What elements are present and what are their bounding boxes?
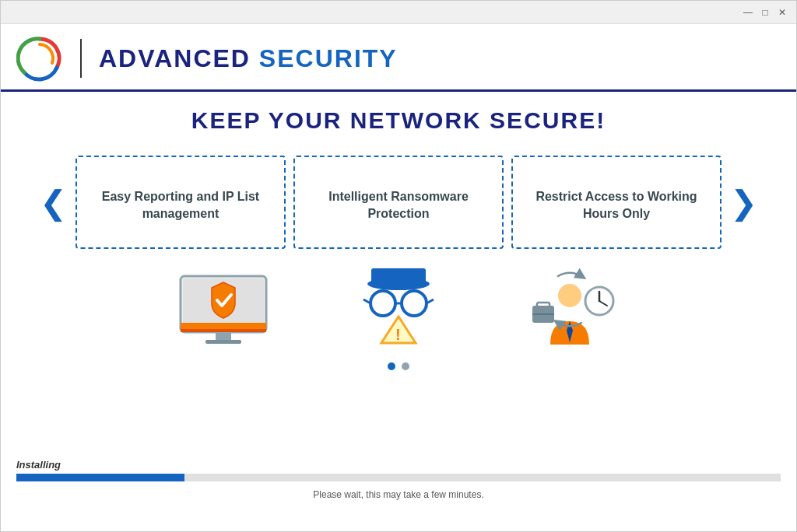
feature-card-2: Intelligent Ransomware Protection: [293, 156, 504, 249]
feature-card-3-text: Restrict Access to Working Hours Only: [525, 188, 707, 223]
app-title: Advanced Security: [99, 44, 398, 73]
installing-text: Installing: [16, 459, 61, 471]
next-arrow[interactable]: ❯: [722, 176, 765, 229]
prev-arrow[interactable]: ❮: [32, 176, 75, 229]
maximize-button[interactable]: □: [757, 5, 773, 20]
main-content: Keep Your Network Secure! ❮ Easy Reporti…: [1, 92, 796, 397]
title-security: Security: [259, 44, 398, 72]
app-logo-icon: [16, 35, 63, 82]
title-advanced: Advanced: [99, 44, 251, 72]
progress-area: Installing Please wait, this may take a …: [1, 459, 796, 500]
svg-rect-24: [537, 303, 549, 307]
close-button[interactable]: ✕: [774, 5, 790, 20]
feature-card-1: Easy Reporting and IP List management: [75, 156, 286, 249]
app-header: Advanced Security: [1, 24, 796, 92]
pagination-dots: [32, 362, 765, 370]
svg-rect-8: [371, 268, 426, 285]
dot-1[interactable]: [388, 362, 395, 370]
svg-text:!: !: [395, 326, 401, 343]
feature-card-1-text: Easy Reporting and IP List management: [90, 188, 272, 223]
dot-2[interactable]: [402, 362, 409, 370]
minimize-button[interactable]: —: [740, 5, 756, 20]
svg-point-18: [558, 284, 581, 307]
ransomware-icon: !: [336, 257, 461, 350]
shield-monitor-icon: [165, 257, 290, 350]
svg-rect-4: [205, 340, 241, 344]
svg-rect-6: [181, 329, 266, 332]
cards-area: ❮ Easy Reporting and IP List management …: [32, 156, 765, 249]
titlebar: — □ ✕: [1, 1, 796, 24]
logo-container: Advanced Security: [16, 35, 398, 82]
logo-divider: [80, 39, 82, 78]
status-text: Please wait, this may take a few minutes…: [16, 489, 781, 500]
access-time-icon: [507, 257, 632, 350]
progress-bar-fill: [16, 474, 184, 481]
svg-rect-3: [216, 332, 231, 340]
feature-card-2-text: Intelligent Ransomware Protection: [307, 188, 490, 223]
svg-point-9: [370, 291, 395, 316]
feature-card-3: Restrict Access to Working Hours Only: [511, 156, 722, 249]
headline: Keep Your Network Secure!: [32, 107, 765, 134]
svg-point-10: [402, 291, 427, 316]
cards-wrapper: Easy Reporting and IP List management In…: [75, 156, 722, 249]
installing-label: Installing: [16, 459, 781, 471]
progress-bar: [16, 474, 781, 481]
icons-row: !: [32, 257, 765, 350]
